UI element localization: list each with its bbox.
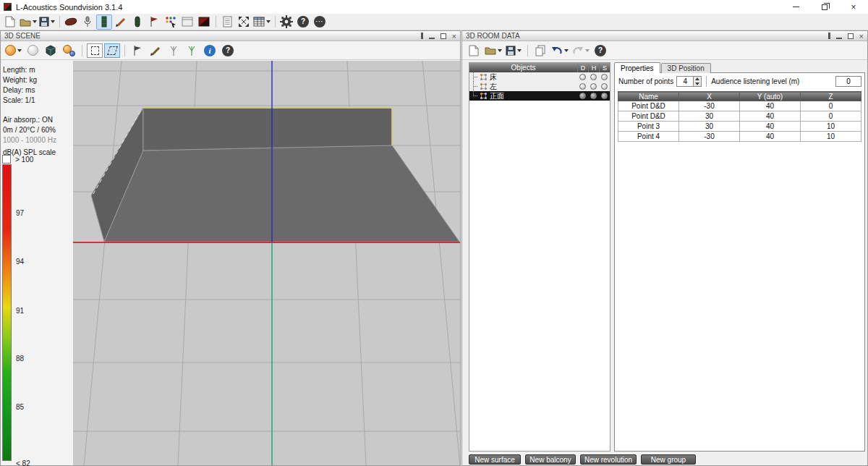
mapping-points-button[interactable] <box>163 14 179 30</box>
view-cube-button[interactable] <box>43 43 59 58</box>
cell-name[interactable]: Point 4 <box>618 132 679 142</box>
object-d-toggle[interactable] <box>579 93 586 99</box>
room-front-wall[interactable] <box>143 108 392 151</box>
select-rectangle-button[interactable] <box>87 43 103 58</box>
new-balcony-button[interactable]: New balcony <box>525 454 576 465</box>
object-s-toggle[interactable] <box>601 93 608 99</box>
room-help-button[interactable]: ? <box>592 43 608 58</box>
cell-y[interactable]: 40 <box>740 101 801 111</box>
draw-tool-button[interactable] <box>148 43 163 58</box>
flag-tool-button[interactable] <box>129 43 145 58</box>
window-frame-button[interactable] <box>179 14 195 30</box>
pencil-button[interactable] <box>113 14 129 30</box>
object-s-toggle[interactable] <box>601 83 608 90</box>
room-floor[interactable] <box>104 145 459 242</box>
scene-help-button[interactable]: ? <box>220 43 236 58</box>
new-revolution-button[interactable]: New revolution <box>580 454 637 465</box>
cell-y[interactable]: 40 <box>740 132 801 142</box>
number-of-points-input[interactable] <box>676 76 694 87</box>
object-row-left[interactable]: 左 <box>469 82 610 91</box>
spl-mapping-button[interactable] <box>61 43 77 58</box>
fit-view-button[interactable] <box>236 14 252 30</box>
tab-properties[interactable]: Properties <box>614 62 660 73</box>
scale-readout: Scale: 1/1 <box>3 96 35 104</box>
open-dropdown-caret[interactable] <box>498 49 502 52</box>
panel-pin-icon[interactable] <box>421 33 423 39</box>
stepper-down-button[interactable] <box>694 82 701 87</box>
room-open-button[interactable] <box>484 43 503 58</box>
object-h-toggle[interactable] <box>590 83 597 90</box>
object-h-toggle[interactable] <box>590 93 597 99</box>
scene-3d-canvas[interactable] <box>73 61 460 465</box>
open-dropdown-caret[interactable] <box>33 20 37 23</box>
cell-name[interactable]: Point 3 <box>618 122 679 132</box>
flag-button[interactable] <box>146 14 162 30</box>
room-new-button[interactable] <box>466 43 482 58</box>
new-group-button[interactable]: New group <box>641 454 696 465</box>
cell-z[interactable]: 0 <box>801 101 861 111</box>
save-dropdown-caret[interactable] <box>517 49 522 52</box>
help-button[interactable]: ? <box>295 14 311 30</box>
panel-close-icon[interactable]: × <box>452 33 456 40</box>
object-row-front-selected[interactable]: 正面 <box>469 91 610 101</box>
cinema-button[interactable] <box>196 14 212 30</box>
save-project-button[interactable] <box>38 14 56 30</box>
panel-float-icon[interactable] <box>441 33 446 39</box>
restore-button[interactable] <box>810 0 839 14</box>
panel-minimize-icon[interactable] <box>429 38 435 39</box>
probe-tool-button[interactable] <box>166 43 182 58</box>
object-h-toggle[interactable] <box>590 74 597 80</box>
audience-level-input[interactable] <box>835 76 861 87</box>
panel-pin-icon[interactable] <box>828 33 830 39</box>
air-absorption-readout: Air absorp.: ON <box>3 116 53 124</box>
view-wireframe-button[interactable] <box>25 43 41 58</box>
panel-float-icon[interactable] <box>848 33 854 39</box>
more-button[interactable]: ··· <box>312 14 328 30</box>
object-d-toggle[interactable] <box>579 74 586 80</box>
line-array-button[interactable] <box>96 14 112 30</box>
help-icon: ? <box>595 45 606 56</box>
report-button[interactable] <box>219 14 235 30</box>
tab-3d-position[interactable]: 3D Position <box>661 63 711 73</box>
cell-x[interactable]: 30 <box>679 122 740 132</box>
panel-minimize-icon[interactable] <box>836 38 842 39</box>
close-button[interactable]: × <box>839 0 868 14</box>
cell-z[interactable]: 0 <box>801 111 861 122</box>
minimize-button[interactable] <box>781 0 810 14</box>
cell-x[interactable]: 30 <box>679 111 740 122</box>
redo-button[interactable] <box>571 43 590 58</box>
undo-dropdown-caret[interactable] <box>564 49 569 52</box>
settings-button[interactable] <box>278 14 294 30</box>
source-tool-button[interactable] <box>184 43 200 58</box>
open-project-button[interactable] <box>19 14 38 30</box>
undo-button[interactable] <box>550 43 569 58</box>
cell-name[interactable]: Point D&D <box>618 101 679 111</box>
save-dropdown-caret[interactable] <box>51 20 55 23</box>
scene-info-button[interactable]: i <box>202 43 218 58</box>
view-solid-button[interactable] <box>4 43 22 58</box>
room-save-button[interactable] <box>505 43 522 58</box>
viewport[interactable] <box>73 61 460 465</box>
cell-z[interactable]: 10 <box>801 132 861 142</box>
object-row-floor[interactable]: 床 <box>469 72 610 82</box>
new-surface-button[interactable]: New surface <box>469 454 521 465</box>
cell-y[interactable]: 40 <box>740 122 801 132</box>
select-surface-button[interactable] <box>104 43 120 58</box>
object-s-toggle[interactable] <box>601 74 608 80</box>
cell-z[interactable]: 10 <box>801 122 861 132</box>
data-table-button[interactable] <box>252 14 271 30</box>
cell-x[interactable]: -30 <box>679 101 740 111</box>
battery-button[interactable] <box>129 14 145 30</box>
microphone-button[interactable] <box>80 14 95 30</box>
new-document-button[interactable] <box>2 14 18 30</box>
cell-name[interactable]: Point D&D <box>618 111 679 122</box>
cell-y[interactable]: 40 <box>740 111 801 122</box>
loudspeaker-button[interactable] <box>63 14 79 30</box>
duplicate-button[interactable] <box>532 43 548 58</box>
cell-x[interactable]: -30 <box>679 132 740 142</box>
redo-dropdown-caret[interactable] <box>585 49 590 52</box>
panel-close-icon[interactable]: × <box>859 33 864 40</box>
view-dropdown-caret[interactable] <box>17 49 22 52</box>
object-d-toggle[interactable] <box>579 83 586 90</box>
table-dropdown-caret[interactable] <box>266 20 271 23</box>
